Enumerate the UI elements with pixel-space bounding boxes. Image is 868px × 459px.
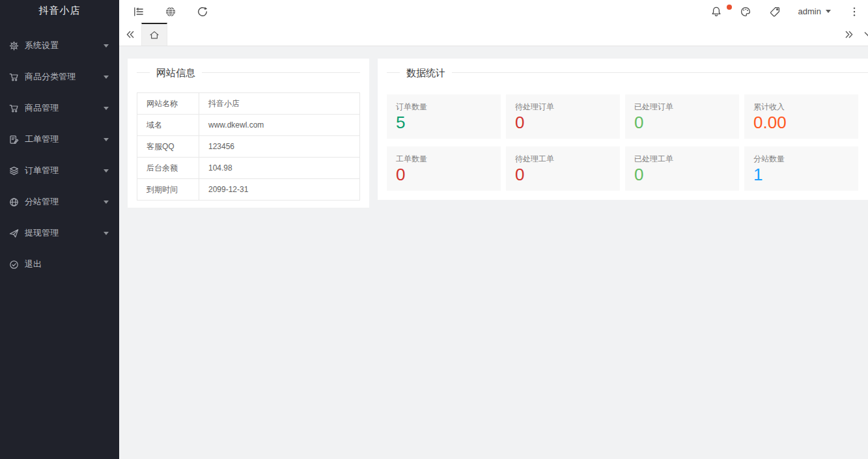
sidebar-item-order-management[interactable]: 订单管理	[0, 155, 119, 186]
send-icon	[9, 229, 19, 238]
row-label: 到期时间	[137, 179, 199, 201]
refresh-icon[interactable]	[197, 6, 208, 18]
table-row: 网站名称 抖音小店	[137, 93, 360, 115]
table-row: 后台余额 104.98	[137, 158, 360, 179]
site-info-divider: 网站信息	[137, 72, 360, 73]
chevron-down-icon	[104, 44, 109, 48]
topbar: admin	[119, 0, 868, 23]
sidebar-item-withdraw-management[interactable]: 提现管理	[0, 217, 119, 249]
stat-label: 已处理订单	[634, 102, 730, 113]
row-value: 123456	[199, 136, 360, 158]
notification-dot	[727, 5, 732, 10]
sidebar-item-label: 系统设置	[25, 40, 104, 51]
stat-value: 0	[515, 165, 611, 185]
sidebar-item-label: 提现管理	[25, 227, 104, 239]
stat-value: 0	[634, 113, 730, 133]
row-value: www.dkewl.com	[199, 115, 360, 136]
bell-icon[interactable]	[710, 6, 722, 18]
home-icon	[148, 29, 160, 41]
chevron-down-icon	[104, 138, 109, 141]
palette-icon[interactable]	[740, 6, 751, 18]
site-info-title: 网站信息	[150, 67, 202, 79]
stat-card-pending-workorders: 待处理工单 0	[506, 146, 620, 191]
app-title: 抖音小店	[0, 0, 119, 21]
row-value: 抖音小店	[199, 93, 360, 115]
stat-label: 待处理工单	[515, 154, 611, 165]
stat-cards: 订单数量 5 待处理订单 0 已处理订单 0 累计收入 0.00	[387, 94, 868, 191]
site-info-table: 网站名称 抖音小店 域名 www.dkewl.com 客服QQ 123456	[137, 92, 360, 201]
tabbar	[119, 23, 868, 46]
table-row: 域名 www.dkewl.com	[137, 115, 360, 136]
chevron-down-icon	[104, 76, 109, 79]
workorder-icon	[9, 135, 19, 145]
stat-label: 待处理订单	[515, 102, 611, 113]
cart-icon	[9, 104, 19, 113]
topbar-left-icons	[133, 6, 208, 18]
stat-card-subsite-count: 分站数量 1	[744, 146, 858, 191]
stat-card-order-count: 订单数量 5	[387, 94, 501, 139]
app-layout: 抖音小店 系统设置 商品分类管理 商品管理	[0, 0, 868, 459]
stat-value: 1	[753, 165, 849, 185]
gear-icon	[9, 41, 19, 51]
stat-label: 工单数量	[396, 154, 492, 165]
cart-icon	[9, 72, 19, 82]
stat-label: 已处理工单	[634, 154, 730, 165]
globe-icon	[9, 197, 19, 207]
stat-value: 0	[515, 113, 611, 133]
chevron-down-icon[interactable]	[860, 23, 868, 46]
stat-card-workorder-count: 工单数量 0	[387, 146, 501, 191]
sidebar-item-site-management[interactable]: 分站管理	[0, 186, 119, 217]
sidebar-item-label: 商品分类管理	[25, 71, 104, 83]
outdent-icon[interactable]	[133, 6, 145, 18]
stat-label: 累计收入	[753, 102, 849, 113]
chevron-down-icon	[104, 232, 109, 235]
check-circle-icon	[9, 260, 19, 270]
site-info-panel: 网站信息 网站名称 抖音小店 域名 www.dkewl.com 客服QQ	[128, 59, 369, 208]
sidebar-item-product-category[interactable]: 商品分类管理	[0, 61, 119, 92]
sidebar: 抖音小店 系统设置 商品分类管理 商品管理	[0, 0, 119, 459]
stat-value: 0.00	[753, 113, 849, 133]
row-label: 客服QQ	[137, 136, 199, 158]
tag-icon[interactable]	[769, 6, 781, 18]
stats-title: 数据统计	[400, 67, 452, 79]
sidebar-item-label: 订单管理	[25, 165, 104, 176]
chevron-down-icon	[104, 169, 109, 173]
sidebar-item-label: 退出	[25, 258, 109, 270]
row-value: 104.98	[199, 158, 360, 179]
sidebar-item-logout[interactable]: 退出	[0, 249, 119, 280]
stat-card-processed-workorders: 已处理工单 0	[625, 146, 739, 191]
user-menu[interactable]: admin	[798, 7, 831, 16]
stats-divider: 数据统计	[387, 72, 868, 73]
username-label: admin	[798, 7, 821, 16]
chevron-down-icon	[104, 201, 109, 204]
sidebar-item-product-management[interactable]: 商品管理	[0, 92, 119, 124]
globe-icon[interactable]	[165, 6, 176, 18]
stat-card-processed-orders: 已处理订单 0	[625, 94, 739, 139]
content: 网站信息 网站名称 抖音小店 域名 www.dkewl.com 客服QQ	[119, 46, 868, 459]
row-label: 后台余额	[137, 158, 199, 179]
chevrons-right-icon[interactable]	[838, 23, 860, 46]
stat-label: 分站数量	[753, 154, 849, 165]
sidebar-item-system-settings[interactable]: 系统设置	[0, 30, 119, 61]
sidebar-item-label: 商品管理	[25, 102, 104, 114]
row-label: 域名	[137, 115, 199, 136]
stat-value: 0	[396, 165, 492, 185]
stat-card-pending-orders: 待处理订单 0	[506, 94, 620, 139]
sidebar-item-label: 分站管理	[25, 196, 104, 208]
more-vert-icon[interactable]	[848, 6, 860, 18]
tab-home[interactable]	[141, 23, 167, 46]
chevron-down-icon	[826, 10, 831, 13]
chevrons-left-icon[interactable]	[119, 23, 141, 46]
stat-value: 5	[396, 113, 492, 133]
chevron-down-icon	[104, 107, 109, 110]
layers-icon	[9, 166, 19, 176]
main-area: admin	[119, 0, 868, 459]
topbar-right-icons: admin	[710, 6, 860, 18]
sidebar-item-label: 工单管理	[25, 133, 104, 145]
row-value: 2099-12-31	[199, 179, 360, 201]
table-row: 到期时间 2099-12-31	[137, 179, 360, 201]
sidebar-item-workorder-management[interactable]: 工单管理	[0, 124, 119, 155]
table-row: 客服QQ 123456	[137, 136, 360, 158]
stat-label: 订单数量	[396, 102, 492, 113]
tabbar-right-controls	[838, 23, 868, 46]
